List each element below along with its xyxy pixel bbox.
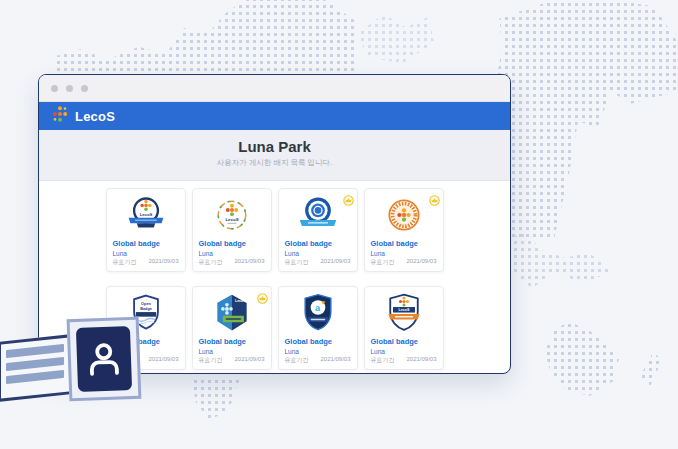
window-control-dot[interactable] [66, 85, 73, 92]
badge-card[interactable]: LecoS Global badge Luna 유효기간 2021/09/03 [364, 286, 444, 370]
app-navbar: LecoS [39, 102, 510, 130]
text-line [6, 344, 64, 358]
lecos-medal-ribbon-badge: LecoS [113, 193, 179, 237]
badge-owner: Luna [371, 250, 437, 257]
badge-owner: Luna [199, 348, 265, 355]
world-map-dots-australia [545, 322, 619, 396]
svg-text:LecoS: LecoS [139, 212, 152, 217]
badge-card[interactable]: LecoS Global badge Luna 유효기간 2021/09/03 [106, 188, 186, 272]
brand-name[interactable]: LecoS [75, 109, 115, 124]
badge-date: 2021/09/03 [406, 258, 436, 267]
lecos-shield-orange-badge: LecoS [371, 291, 437, 335]
world-map-dots-greenland [352, 8, 434, 68]
svg-text:LecoS: LecoS [235, 299, 246, 303]
badge-date: 2021/09/03 [320, 258, 350, 267]
badge-date: 2021/09/03 [406, 356, 436, 365]
page-subtitle: 사용자가 게시한 배지 목록 입니다. [39, 158, 510, 168]
crown-icon [257, 290, 268, 301]
navy-shield-badge: a [285, 291, 351, 335]
validity-label: 유효기간 [285, 356, 309, 365]
lecos-dots-logo-icon [51, 105, 69, 127]
page-header: Luna Park 사용자가 게시한 배지 목록 입니다. [39, 130, 510, 181]
id-card-text-page [0, 334, 72, 402]
badge-owner: Luna [285, 250, 351, 257]
validity-label: 유효기간 [371, 356, 395, 365]
badge-card[interactable]: a Global badge Luna 유효기간 2021/09/03 [278, 286, 358, 370]
badge-title: Global badge [199, 337, 265, 346]
blue-rosette-badge [285, 193, 351, 237]
validity-label: 유효기간 [371, 258, 395, 267]
badge-card[interactable]: Global badge Luna 유효기간 2021/09/03 [278, 188, 358, 272]
id-card-illustration [0, 314, 148, 408]
crown-icon [429, 192, 440, 203]
lecos-ring-badge: LecoS [199, 193, 265, 237]
badge-owner: Luna [371, 348, 437, 355]
validity-label: 유효기간 [199, 258, 223, 267]
badge-card[interactable]: LecoS Global badge Luna 유효기간 2021/09/03 [192, 286, 272, 370]
badge-title: Global badge [199, 239, 265, 248]
svg-text:LecoS: LecoS [225, 217, 238, 222]
world-map-dots-southeast-asia [505, 232, 617, 304]
window-titlebar [39, 75, 510, 102]
badge-card[interactable]: LecoS Global badge Luna 유효기간 2021/09/03 [192, 188, 272, 272]
svg-text:Badge: Badge [140, 307, 152, 311]
page-title: Luna Park [39, 138, 510, 155]
badge-owner: Luna [113, 250, 179, 257]
window-control-dot[interactable] [51, 85, 58, 92]
landing-illustration: LecoS Luna Park 사용자가 게시한 배지 목록 입니다. Leco… [0, 0, 678, 449]
badge-card-grid: LecoS Global badge Luna 유효기간 2021/09/03 … [103, 188, 447, 370]
svg-text:Open: Open [141, 302, 151, 306]
badge-title: Global badge [285, 239, 351, 248]
badge-date: 2021/09/03 [234, 258, 264, 267]
svg-text:a: a [314, 303, 320, 313]
badge-date: 2021/09/03 [148, 258, 178, 267]
world-map-dots-new-zealand [640, 352, 662, 388]
badge-date: 2021/09/03 [234, 356, 264, 365]
validity-label: 유효기간 [285, 258, 309, 267]
person-icon [76, 326, 132, 392]
window-control-dot[interactable] [81, 85, 88, 92]
validity-label: 유효기간 [199, 356, 223, 365]
world-map-dots-africa-tip [192, 378, 240, 420]
text-line [6, 370, 64, 384]
svg-text:LecoS: LecoS [398, 308, 410, 312]
badge-owner: Luna [285, 348, 351, 355]
badge-date: 2021/09/03 [148, 356, 178, 365]
badge-title: Global badge [371, 337, 437, 346]
badge-date: 2021/09/03 [320, 356, 350, 365]
badge-card[interactable]: Global badge Luna 유효기간 2021/09/03 [364, 188, 444, 272]
lecos-hexagon-badge: LecoS [199, 291, 265, 335]
badge-title: Global badge [113, 239, 179, 248]
badge-title: Global badge [371, 239, 437, 248]
badge-title: Global badge [285, 337, 351, 346]
badge-owner: Luna [199, 250, 265, 257]
crown-icon [343, 192, 354, 203]
orange-seal-badge [371, 193, 437, 237]
id-card-photo-page [67, 317, 142, 401]
validity-label: 유효기간 [113, 258, 137, 267]
text-line [6, 357, 64, 371]
